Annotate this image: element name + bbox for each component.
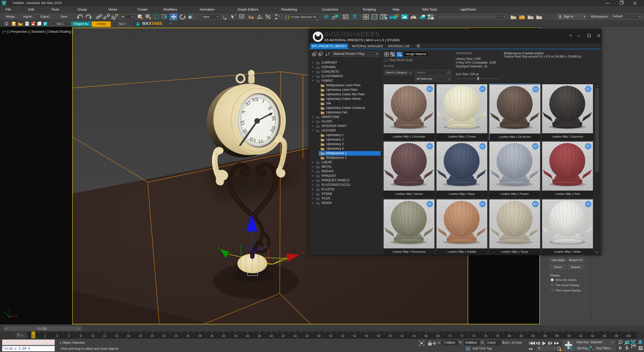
svg-text:Region Fit: Region Fit bbox=[569, 258, 582, 261]
svg-text:46: 46 bbox=[305, 334, 309, 337]
svg-text:RT: RT bbox=[481, 203, 484, 206]
svg-text:12: 12 bbox=[103, 334, 106, 337]
svg-text:0: 0 bbox=[32, 334, 34, 337]
svg-text:20: 20 bbox=[151, 334, 154, 337]
svg-text:68: 68 bbox=[436, 334, 440, 337]
svg-text:RT: RT bbox=[481, 145, 484, 148]
svg-text:22: 22 bbox=[163, 334, 166, 337]
svg-text:82: 82 bbox=[520, 334, 523, 337]
svg-text:RT: RT bbox=[428, 145, 431, 148]
svg-text:80: 80 bbox=[508, 334, 511, 337]
svg-text:72: 72 bbox=[460, 334, 463, 337]
svg-text:66: 66 bbox=[424, 334, 428, 337]
svg-text:RT: RT bbox=[428, 88, 431, 91]
svg-text:XII: XII bbox=[252, 96, 259, 102]
svg-text:62: 62 bbox=[401, 334, 404, 337]
svg-text:40: 40 bbox=[270, 334, 273, 337]
svg-text:18: 18 bbox=[139, 334, 142, 337]
svg-text:78: 78 bbox=[496, 334, 499, 337]
svg-text:50: 50 bbox=[329, 334, 333, 337]
svg-text:6: 6 bbox=[68, 334, 70, 337]
svg-text:90: 90 bbox=[567, 334, 571, 337]
svg-text:RT: RT bbox=[428, 203, 431, 206]
svg-text:16: 16 bbox=[127, 334, 130, 337]
svg-text:100: 100 bbox=[626, 334, 631, 337]
svg-text:94: 94 bbox=[591, 334, 594, 337]
svg-text:34: 34 bbox=[234, 334, 237, 337]
svg-text:y: y bbox=[4, 311, 5, 314]
svg-text:36: 36 bbox=[246, 334, 249, 337]
svg-text:Show No Seams: Show No Seams bbox=[555, 278, 577, 281]
svg-text:48: 48 bbox=[317, 334, 320, 337]
svg-text:Thick Seam Display: Thick Seam Display bbox=[555, 289, 581, 292]
svg-text:Thin Seam Display: Thin Seam Display bbox=[555, 284, 580, 287]
svg-text:14: 14 bbox=[115, 334, 118, 337]
svg-text:76: 76 bbox=[484, 334, 487, 337]
svg-text:10: 10 bbox=[91, 334, 94, 337]
svg-text:RT: RT bbox=[481, 88, 484, 91]
svg-text:View Align: View Align bbox=[551, 258, 565, 261]
svg-text:54: 54 bbox=[353, 334, 356, 337]
svg-text:RT: RT bbox=[534, 203, 537, 206]
svg-text:3: 3 bbox=[248, 15, 250, 19]
svg-text:{: { bbox=[285, 15, 287, 20]
svg-text:28: 28 bbox=[198, 334, 202, 337]
svg-text:IX: IX bbox=[240, 120, 246, 125]
svg-text:z: z bbox=[9, 309, 10, 312]
svg-text:26: 26 bbox=[186, 334, 190, 337]
svg-text:8: 8 bbox=[80, 334, 82, 337]
svg-text:Acquire: Acquire bbox=[571, 266, 581, 269]
svg-text:30: 30 bbox=[210, 334, 213, 337]
svg-text:84: 84 bbox=[532, 334, 535, 337]
svg-text:III: III bbox=[271, 115, 276, 121]
svg-text:70: 70 bbox=[448, 334, 452, 337]
svg-text:74: 74 bbox=[472, 334, 475, 337]
svg-text:88: 88 bbox=[555, 334, 559, 337]
svg-text:x: x bbox=[16, 314, 17, 317]
svg-text:RT: RT bbox=[586, 203, 590, 206]
svg-text:38: 38 bbox=[258, 334, 261, 337]
svg-text:[ + ] [ Perspective ] [ Standa: [ + ] [ Perspective ] [ Standard ] [ Def… bbox=[3, 30, 72, 33]
svg-text:60: 60 bbox=[389, 334, 392, 337]
svg-text:VI: VI bbox=[258, 139, 264, 145]
svg-text:92: 92 bbox=[579, 334, 582, 337]
svg-text:3: 3 bbox=[3, 2, 5, 5]
svg-text:56: 56 bbox=[365, 334, 368, 337]
svg-text:32: 32 bbox=[222, 334, 225, 337]
svg-text:RT: RT bbox=[534, 145, 537, 148]
svg-text:86: 86 bbox=[543, 334, 547, 337]
svg-text:RT: RT bbox=[534, 88, 537, 91]
svg-text:64: 64 bbox=[413, 334, 416, 337]
svg-text:2: 2 bbox=[44, 334, 46, 337]
svg-text:Display:: Display: bbox=[550, 274, 560, 277]
svg-text:98: 98 bbox=[615, 334, 618, 337]
svg-text:58: 58 bbox=[377, 334, 380, 337]
svg-text:y: y bbox=[218, 246, 219, 249]
svg-text:Reset: Reset bbox=[554, 266, 562, 269]
svg-text:x: x bbox=[301, 251, 303, 254]
svg-text:96: 96 bbox=[603, 334, 606, 337]
svg-text:RT: RT bbox=[586, 88, 590, 91]
svg-text:42: 42 bbox=[281, 334, 285, 337]
svg-text:24: 24 bbox=[174, 334, 178, 337]
svg-text:44: 44 bbox=[294, 334, 297, 337]
svg-text:4: 4 bbox=[56, 334, 58, 337]
svg-text:52: 52 bbox=[341, 334, 344, 337]
svg-text:z: z bbox=[251, 210, 253, 213]
svg-text:RT: RT bbox=[586, 145, 590, 148]
